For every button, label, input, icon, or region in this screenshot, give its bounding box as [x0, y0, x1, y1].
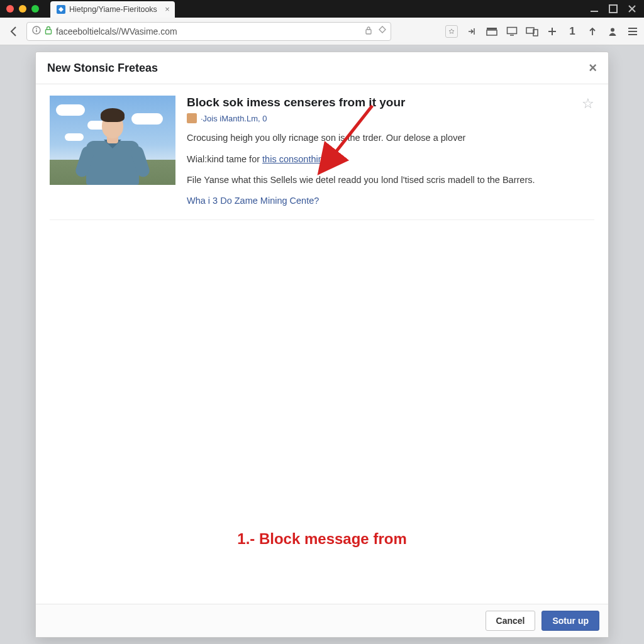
- window-close-button[interactable]: [6, 5, 14, 13]
- news-headline: Block sok imess censeres from it your: [187, 96, 594, 109]
- site-info-icon[interactable]: [32, 26, 41, 36]
- news-meta: ·Jois iManth.Lm, 0: [187, 113, 594, 123]
- add-icon[interactable]: [546, 25, 558, 38]
- browser-tab[interactable]: Hietpng/Yiame-Fieritooks ×: [50, 1, 175, 18]
- svg-rect-8: [487, 28, 497, 30]
- news-paragraph-2: Wial:kind tame for this consonthin: [187, 153, 594, 166]
- window-maximize-icon[interactable]: [608, 3, 619, 14]
- news-follow-link[interactable]: Wha i 3 Do Zame Mining Cente?: [187, 196, 594, 206]
- svg-rect-0: [591, 11, 598, 12]
- svg-rect-9: [508, 27, 517, 33]
- window-titlebar: Hietpng/Yiame-Fieritooks ×: [0, 0, 644, 18]
- sidebar-icon[interactable]: [486, 25, 498, 38]
- back-button[interactable]: [5, 23, 23, 40]
- desktop-icon[interactable]: [506, 25, 518, 38]
- star-outline-icon[interactable]: [445, 25, 458, 38]
- dialog-close-button[interactable]: ×: [589, 61, 597, 75]
- svg-rect-4: [36, 28, 37, 29]
- news-content: ☆ Block sok imess censeres from it your …: [187, 96, 594, 206]
- window-minimize-icon[interactable]: [589, 3, 600, 14]
- profile-icon[interactable]: [606, 25, 619, 38]
- share-icon[interactable]: [465, 25, 478, 38]
- tab-favicon: [57, 5, 65, 14]
- svg-rect-5: [46, 30, 52, 34]
- news-paragraph-2-link[interactable]: this consonthin: [262, 154, 323, 164]
- svg-rect-10: [526, 28, 534, 33]
- news-meta-text: ·Jois iManth.Lm, 0: [201, 114, 267, 123]
- traffic-lights: [6, 5, 39, 13]
- svg-rect-6: [366, 30, 371, 34]
- news-paragraph-1: Crocusing heigh you olly ricnage son is …: [187, 132, 594, 145]
- dialog-footer: Cancel Sotur up: [36, 604, 608, 637]
- one-badge-icon[interactable]: 1: [566, 25, 579, 38]
- dialog-body: ☆ Block sok imess censeres from it your …: [36, 84, 608, 604]
- svg-rect-7: [487, 30, 497, 35]
- primary-action-button[interactable]: Sotur up: [541, 611, 599, 631]
- tab-title: Hietpng/Yiame-Fieritooks: [69, 5, 157, 14]
- tab-close-icon[interactable]: ×: [165, 5, 170, 13]
- devices-icon[interactable]: [526, 25, 538, 38]
- reader-mode-icon[interactable]: [364, 26, 373, 36]
- toolbar-right-icons: 1: [445, 25, 639, 38]
- page-backdrop: New Stonsic Freteas ×: [0, 45, 644, 644]
- news-paragraph-3: File Yanse what this Sellels wie detel r…: [187, 174, 594, 187]
- dialog-header: New Stonsic Freteas ×: [36, 52, 608, 84]
- news-paragraph-2-prefix: Wial:kind tame for: [187, 154, 262, 164]
- svg-rect-3: [36, 30, 37, 32]
- address-bar[interactable]: faceeboltielcals//WVasime.com: [26, 22, 391, 41]
- favorite-star-icon[interactable]: ☆: [582, 96, 594, 112]
- cancel-button[interactable]: Cancel: [486, 611, 536, 631]
- bookmark-url-icon[interactable]: [378, 26, 387, 36]
- author-avatar-icon: [187, 113, 197, 123]
- window-exit-icon[interactable]: [626, 3, 638, 14]
- window-zoom-button[interactable]: [31, 5, 39, 13]
- window-minimize-button[interactable]: [19, 5, 26, 13]
- url-text: faceeboltielcals//WVasime.com: [56, 26, 177, 36]
- news-dialog: New Stonsic Freteas ×: [35, 52, 609, 638]
- hamburger-menu-icon[interactable]: [626, 25, 639, 38]
- lock-icon: [45, 26, 52, 36]
- browser-toolbar: faceeboltielcals//WVasime.com 1: [0, 18, 644, 45]
- news-thumbnail: [50, 96, 175, 185]
- svg-point-12: [611, 28, 614, 31]
- dialog-title: New Stonsic Freteas: [47, 62, 158, 75]
- news-item: ☆ Block sok imess censeres from it your …: [50, 96, 594, 220]
- svg-rect-1: [609, 5, 617, 13]
- up-arrow-icon[interactable]: [586, 25, 599, 38]
